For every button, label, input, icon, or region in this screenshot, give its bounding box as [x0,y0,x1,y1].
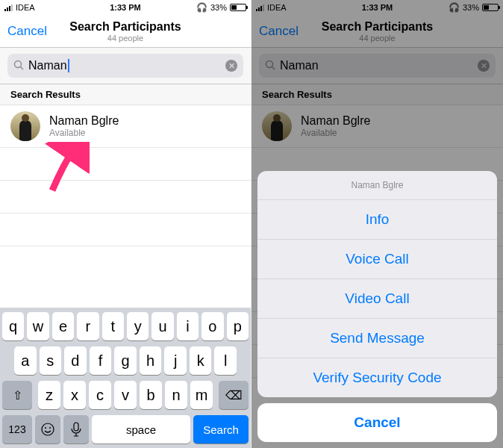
key-d[interactable]: d [64,346,87,375]
key-l[interactable]: l [214,346,237,375]
key-z[interactable]: z [38,381,60,409]
key-emoji[interactable] [35,415,60,444]
clear-icon[interactable]: ✕ [225,60,237,72]
phone-left: IDEA 1:33 PM 🎧 33% Cancel Search Partici… [0,0,251,448]
svg-line-1 [21,66,24,69]
search-bar: Naman ✕ [0,48,251,84]
key-h[interactable]: h [140,346,162,375]
svg-rect-6 [74,423,78,431]
search-icon [13,60,24,72]
key-a[interactable]: a [14,346,37,375]
sheet-verify-security[interactable]: Verify Security Code [257,358,497,397]
key-123[interactable]: 123 [2,415,32,444]
section-header: Search Results [0,84,251,105]
svg-point-4 [45,427,46,429]
result-row[interactable]: Naman Bglre Available [0,105,251,148]
key-shift[interactable]: ⇧ [2,381,32,409]
key-c[interactable]: c [89,381,111,409]
sheet-send-message[interactable]: Send Message [257,319,497,358]
empty-row [0,148,251,181]
sheet-info[interactable]: Info [257,200,497,240]
key-row-1: q w e r t y u i o p [2,312,249,340]
key-backspace[interactable]: ⌫ [219,381,249,409]
svg-point-3 [42,423,54,435]
search-query: Naman [28,59,67,72]
key-k[interactable]: k [190,346,212,375]
key-v[interactable]: v [114,381,137,409]
key-q[interactable]: q [2,312,24,340]
cancel-button[interactable]: Cancel [7,15,47,47]
key-r[interactable]: r [77,312,99,340]
action-sheet: Naman Bglre Info Voice Call Video Call S… [257,171,497,442]
key-y[interactable]: y [127,312,149,340]
key-row-3: ⇧ z x c v b n m ⌫ [2,381,249,409]
sheet-voice-call[interactable]: Voice Call [257,240,497,279]
search-input[interactable]: Naman ✕ [7,54,243,78]
page-subtitle: 44 people [69,34,181,43]
empty-row [0,214,251,246]
key-w[interactable]: w [27,312,49,340]
key-mic[interactable] [63,415,89,444]
sheet-video-call[interactable]: Video Call [257,279,497,319]
battery-icon [230,4,246,11]
result-status: Available [49,128,119,138]
key-t[interactable]: t [102,312,124,340]
key-row-4: 123 space Search [2,415,249,444]
sheet-title: Naman Bglre [257,171,497,200]
key-space[interactable]: space [92,415,190,444]
nav-header: Cancel Search Participants 44 people [0,15,251,48]
key-n[interactable]: n [165,381,187,409]
key-f[interactable]: f [90,346,112,375]
key-u[interactable]: u [151,312,173,340]
page-title: Search Participants [69,20,181,34]
empty-row [0,181,251,214]
key-row-2: a s d f g h j k l [2,346,249,375]
svg-point-0 [15,60,22,67]
key-s[interactable]: s [40,346,62,375]
key-search[interactable]: Search [193,415,249,444]
key-i[interactable]: i [177,312,199,340]
key-p[interactable]: p [227,312,249,340]
key-b[interactable]: b [140,381,162,409]
result-name: Naman Bglre [49,114,119,128]
key-x[interactable]: x [63,381,86,409]
svg-point-5 [49,427,51,429]
key-m[interactable]: m [190,381,213,409]
clock: 1:33 PM [0,3,251,12]
key-j[interactable]: j [164,346,187,375]
status-bar: IDEA 1:33 PM 🎧 33% [0,0,251,15]
keyboard: q w e r t y u i o p a s d f g h j k l [0,308,251,448]
key-o[interactable]: o [201,312,223,340]
key-g[interactable]: g [114,346,137,375]
key-e[interactable]: e [52,312,74,340]
phone-right: IDEA 1:33 PM 🎧 33% Cancel Search Partici… [251,0,503,448]
sheet-cancel[interactable]: Cancel [257,403,497,442]
avatar [10,111,40,141]
